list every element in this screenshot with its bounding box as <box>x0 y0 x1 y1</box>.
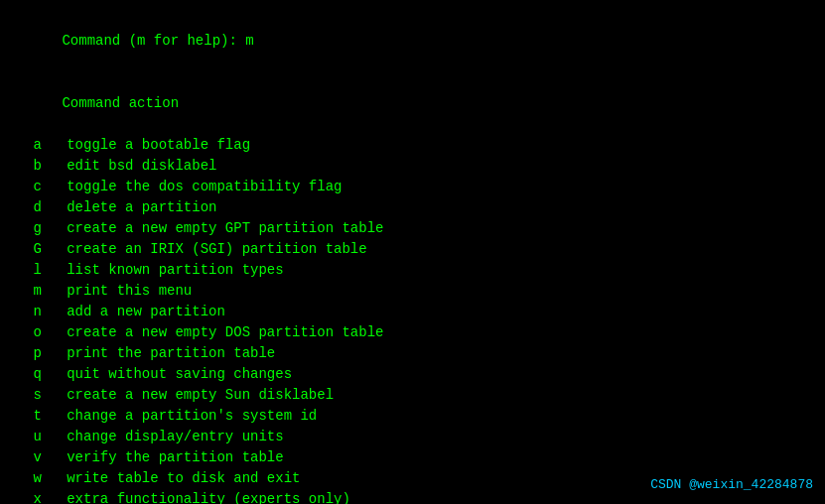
action-o: o create a new empty DOS partition table <box>12 322 813 343</box>
action-a: a toggle a bootable flag <box>12 135 813 156</box>
watermark-text: CSDN @weixin_42284878 <box>650 477 813 492</box>
action-b: b edit bsd disklabel <box>12 156 813 177</box>
action-d: d delete a partition <box>12 197 813 218</box>
action-g-upper: G create an IRIX (SGI) partition table <box>12 239 813 260</box>
action-u: u change display/entry units <box>12 427 813 447</box>
cmd-header: Command action <box>62 95 179 111</box>
action-m: m print this menu <box>12 281 813 302</box>
action-l: l list known partition types <box>12 260 813 281</box>
action-p: p print the partition table <box>12 343 813 364</box>
terminal-output: Command (m for help): m Command action a… <box>12 10 813 504</box>
action-c: c toggle the dos compatibility flag <box>12 177 813 197</box>
terminal: Command (m for help): m Command action a… <box>0 0 825 504</box>
watermark: CSDN @weixin_42284878 <box>650 477 813 492</box>
line-1: Command (m for help): m <box>12 10 813 72</box>
action-q: q quit without saving changes <box>12 364 813 385</box>
action-s: s create a new empty Sun disklabel <box>12 385 813 406</box>
action-v: v verify the partition table <box>12 447 813 468</box>
cmd-input-1: Command (m for help): m <box>62 33 253 49</box>
action-t: t change a partition's system id <box>12 406 813 427</box>
line-2: Command action <box>12 72 813 135</box>
action-n: n add a new partition <box>12 302 813 322</box>
action-g-lower: g create a new empty GPT partition table <box>12 218 813 239</box>
